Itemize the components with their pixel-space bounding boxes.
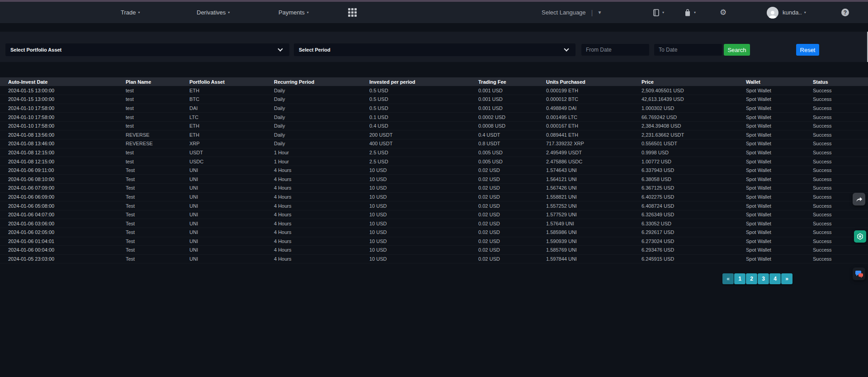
table-cell: Success xyxy=(805,254,868,263)
from-date-input[interactable] xyxy=(581,44,649,56)
table-cell: 0.02 USD xyxy=(470,166,538,175)
table-cell: Test xyxy=(118,246,181,255)
table-cell: 4 Hours xyxy=(266,246,361,255)
chevron-down-icon xyxy=(564,46,569,51)
apps-grid-button[interactable] xyxy=(348,2,357,23)
pagination-pages: 1234 xyxy=(734,273,781,284)
pagination-page-button[interactable]: 2 xyxy=(746,273,757,284)
chevron-down-icon: ▾ xyxy=(138,10,140,14)
table-cell: 6.402275 USD xyxy=(633,192,738,201)
settings-button[interactable]: ⚙ xyxy=(720,2,726,23)
table-cell: Test xyxy=(118,175,181,184)
table-cell: 1.597844 UNI xyxy=(538,254,633,263)
table-cell: 200 USDT xyxy=(361,130,470,139)
table-cell: Success xyxy=(805,184,868,193)
column-header: Units Purchased xyxy=(538,77,633,86)
table-cell: 2,231.63662 USDT xyxy=(633,130,738,139)
pagination-page-button[interactable]: 4 xyxy=(769,273,781,284)
table-cell: 10 USD xyxy=(361,254,470,263)
table-cell: test xyxy=(118,113,181,122)
pagination: « 1234 » xyxy=(722,273,793,284)
table-row: 2024-01-06 00:04:00TestUNI4 Hours10 USD0… xyxy=(0,246,868,255)
table-cell: 0.498849 DAI xyxy=(538,104,633,113)
username-label: kunda.. xyxy=(783,9,802,16)
reset-button[interactable]: Reset xyxy=(796,44,819,56)
table-cell: Test xyxy=(118,166,181,175)
table-cell: Success xyxy=(805,148,868,157)
menu-derivatives-label: Derivatives xyxy=(197,9,226,16)
table-cell: 717.339232 XRP xyxy=(538,139,633,148)
column-header: Recurring Period xyxy=(266,77,361,86)
table-cell: 0.02 USD xyxy=(470,246,538,255)
table-cell: 2024-01-06 01:04:01 xyxy=(0,237,118,246)
pagination-page-button[interactable]: 1 xyxy=(734,273,745,284)
user-menu[interactable]: kunda.. ▾ xyxy=(767,2,806,23)
table-cell: Spot Wallet xyxy=(738,86,805,95)
pagination-prev-button[interactable]: « xyxy=(722,273,734,284)
column-header: Portfolio Asset xyxy=(181,77,266,86)
table-cell: 2024-01-15 13:00:00 xyxy=(0,95,118,104)
table-cell: Spot Wallet xyxy=(738,246,805,255)
pagination-next-button[interactable]: » xyxy=(781,273,793,284)
chatgpt-extension-button[interactable] xyxy=(854,230,866,243)
help-button[interactable]: ? xyxy=(841,2,849,23)
table-cell: ETH xyxy=(181,86,266,95)
table-cell: Spot Wallet xyxy=(738,121,805,130)
table-cell: 1 Hour xyxy=(266,157,361,166)
column-header: Wallet xyxy=(738,77,805,86)
table-cell: UNI xyxy=(181,166,266,175)
table-cell: 1.567426 UNI xyxy=(538,184,633,193)
chevron-down-icon: ▾ xyxy=(694,10,696,14)
menu-trade[interactable]: Trade ▾ xyxy=(121,2,140,23)
wallet-menu[interactable]: ▾ xyxy=(652,2,664,23)
table-cell: Spot Wallet xyxy=(738,139,805,148)
table-cell: 2024-01-06 06:09:00 xyxy=(0,192,118,201)
table-cell: 1.564121 UNI xyxy=(538,175,633,184)
table-cell: 4 Hours xyxy=(266,254,361,263)
table-cell: 0.089441 ETH xyxy=(538,130,633,139)
chevron-down-icon xyxy=(278,46,283,51)
portfolio-asset-select[interactable]: Select Portfolio Asset xyxy=(5,43,289,56)
table-cell: 10 USD xyxy=(361,166,470,175)
table-cell: Daily xyxy=(266,86,361,95)
table-cell: 1.577529 UNI xyxy=(538,210,633,219)
table-cell: 2.475886 USDC xyxy=(538,157,633,166)
table-cell: Test xyxy=(118,184,181,193)
table-cell: Success xyxy=(805,139,868,148)
table-row: 2024-01-06 04:07:00TestUNI4 Hours10 USD0… xyxy=(0,210,868,219)
table-row: 2024-01-06 05:08:00TestUNI4 Hours10 USD0… xyxy=(0,201,868,210)
chat-widget-button[interactable] xyxy=(853,267,865,280)
language-dropdown-icon: ▼ xyxy=(598,10,602,15)
period-select[interactable]: Select Period xyxy=(294,43,576,56)
table-cell: Test xyxy=(118,254,181,263)
table-cell: test xyxy=(118,86,181,95)
table-cell: 2024-01-06 09:11:00 xyxy=(0,166,118,175)
table-cell: Daily xyxy=(266,95,361,104)
table-cell: 0.02 USD xyxy=(470,237,538,246)
table-cell: Spot Wallet xyxy=(738,184,805,193)
table-cell: 6.33052 USD xyxy=(633,219,738,228)
share-extension-button[interactable] xyxy=(853,193,865,205)
table-row: 2024-01-06 03:06:00TestUNI4 Hours10 USD0… xyxy=(0,219,868,228)
table-cell: ETH xyxy=(181,130,266,139)
table-cell: Daily xyxy=(266,113,361,122)
table-cell: Success xyxy=(805,246,868,255)
table-cell: Test xyxy=(118,228,181,237)
menu-payments[interactable]: Payments ▾ xyxy=(278,2,309,23)
orders-menu[interactable]: ▾ xyxy=(684,2,696,23)
table-cell: Spot Wallet xyxy=(738,95,805,104)
language-selector[interactable]: Select Language | ▼ xyxy=(542,2,602,23)
table-cell: Spot Wallet xyxy=(738,201,805,210)
table-cell: 2,509.405501 USD xyxy=(633,86,738,95)
table-cell: 2024-01-06 04:07:00 xyxy=(0,210,118,219)
table-cell: 0.9998 USD xyxy=(633,148,738,157)
pagination-page-button[interactable]: 3 xyxy=(758,273,769,284)
help-icon: ? xyxy=(841,9,849,16)
table-cell: Spot Wallet xyxy=(738,148,805,157)
table-cell: Spot Wallet xyxy=(738,166,805,175)
table-cell: 0.000012 BTC xyxy=(538,95,633,104)
table-cell: Spot Wallet xyxy=(738,130,805,139)
to-date-input[interactable] xyxy=(654,44,722,56)
search-button[interactable]: Search xyxy=(724,44,750,56)
menu-derivatives[interactable]: Derivatives ▾ xyxy=(197,2,230,23)
